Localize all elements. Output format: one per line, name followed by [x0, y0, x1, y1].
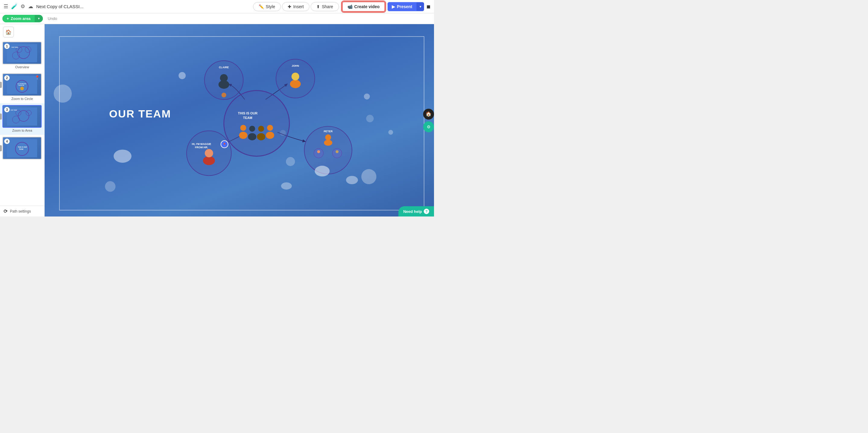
svg-point-57: [315, 166, 330, 177]
slide-label-2: Zoom to Circle: [2, 96, 42, 102]
svg-point-26: [249, 125, 255, 132]
svg-point-49: [304, 126, 352, 174]
right-settings-button[interactable]: ⚙: [423, 121, 434, 132]
document-title: Next Copy of CLASSI...: [36, 4, 84, 9]
flask-icon: 🧪: [11, 4, 18, 9]
cloud-button[interactable]: ☁: [28, 3, 33, 10]
svg-point-22: [224, 91, 289, 156]
slide-preview-2: HI, I'M MAGGIE FROM HR.: [7, 76, 37, 94]
svg-text:JOHN: JOHN: [292, 64, 299, 67]
slide-preview-1: OUR TEAM: [7, 44, 37, 62]
gear-icon: ⚙: [21, 4, 25, 9]
cloud-icon: ☁: [28, 4, 33, 9]
zoom-area-dropdown-button[interactable]: ▾: [35, 15, 43, 22]
canvas-frame: OUR TEAM: [59, 36, 424, 210]
play-icon: ▶: [392, 4, 395, 9]
svg-point-25: [248, 133, 256, 140]
home-button[interactable]: 🏠: [3, 27, 14, 37]
slide-number-2: 2: [4, 75, 10, 81]
slide-number-4: 4: [4, 139, 10, 144]
svg-point-54: [317, 150, 320, 153]
undo-button[interactable]: Undo: [45, 15, 59, 22]
zoom-area-dropdown-container: + Zoom area ▾: [2, 15, 43, 22]
path-settings-icon: ⟳: [4, 208, 7, 214]
svg-point-58: [346, 176, 358, 184]
insert-tab[interactable]: ✚ Insert: [282, 2, 309, 11]
svg-text:TEAM: TEAM: [19, 148, 23, 150]
svg-text:CLAIRE: CLAIRE: [219, 66, 229, 69]
right-side-buttons: 🏠 ⚙: [423, 109, 434, 132]
sidebar: 🏠 1 OUR TEAM Overview: [0, 24, 44, 216]
slide-thumb-2: 2 📍 HI, I'M MAGGIE FROM HR.: [2, 74, 42, 96]
drag-handle-3[interactable]: [0, 114, 2, 120]
settings-icon: ⚙: [427, 124, 431, 129]
svg-text:📍: 📍: [223, 143, 226, 146]
svg-point-29: [266, 132, 275, 139]
slide-preview-4: THIS IS OUR TEAM: [7, 139, 37, 157]
path-settings[interactable]: ⟳ Path settings: [0, 206, 44, 216]
svg-text:HI, I'M MAGGIE: HI, I'M MAGGIE: [192, 143, 211, 146]
svg-point-40: [290, 80, 301, 88]
zoom-area-button[interactable]: + Zoom area: [2, 15, 35, 22]
svg-text:PETER: PETER: [323, 130, 333, 133]
topbar-left: ☰ 🧪 ⚙ ☁ Next Copy of CLASSI...: [4, 3, 250, 10]
slide-number-1: 1: [4, 44, 10, 49]
sidebar-home: 🏠: [0, 24, 44, 40]
svg-point-52: [325, 134, 331, 140]
drag-handle-2[interactable]: [0, 82, 2, 88]
plus-icon: +: [7, 16, 9, 21]
slide-item-2[interactable]: 2 📍 HI, I'M MAGGIE FROM HR. Zoom to Circ…: [0, 71, 44, 103]
share-tab[interactable]: ⬆ Share: [311, 2, 339, 11]
flask-button[interactable]: 🧪: [11, 3, 18, 10]
svg-point-23: [239, 132, 248, 139]
settings-button[interactable]: ⚙: [21, 3, 25, 10]
our-team-label: OUR TEAM: [109, 108, 171, 120]
svg-point-27: [257, 133, 266, 140]
svg-point-28: [258, 125, 264, 132]
svg-point-41: [291, 73, 299, 81]
chevron-down-icon: ▾: [38, 17, 40, 20]
style-tab[interactable]: ✏️ Style: [253, 2, 281, 11]
slide-item-4[interactable]: 4 THIS IS OUR TEAM: [0, 135, 44, 161]
chevron-down-icon: ▾: [420, 4, 421, 9]
right-home-button[interactable]: 🏠: [423, 109, 434, 120]
home-icon: 🏠: [5, 29, 11, 35]
svg-point-60: [179, 72, 186, 79]
canvas-area: OUR TEAM: [44, 24, 434, 216]
help-icon: ?: [424, 209, 429, 214]
svg-text:FROM HR.: FROM HR.: [195, 146, 208, 149]
svg-text:OUR TEAM: OUR TEAM: [10, 109, 17, 111]
svg-text:FROM HR.: FROM HR.: [19, 85, 25, 86]
svg-point-59: [281, 182, 292, 190]
slide-label-3: Zoom to Area: [2, 128, 42, 133]
presentation-svg: OUR TEAM: [60, 37, 424, 210]
topbar-center: ✏️ Style ✚ Insert ⬆ Share: [253, 2, 339, 11]
svg-text:OUR TEAM: OUR TEAM: [11, 47, 18, 48]
style-icon: ✏️: [259, 4, 264, 9]
svg-text:THIS IS OUR: THIS IS OUR: [238, 111, 257, 115]
share-icon: ⬆: [316, 4, 320, 9]
svg-point-10: [20, 87, 24, 90]
home-icon: 🏠: [426, 111, 432, 117]
present-main-button[interactable]: ▶ Present: [388, 2, 416, 11]
svg-point-62: [389, 130, 393, 135]
topbar: ☰ 🧪 ⚙ ☁ Next Copy of CLASSI... ✏️ Style …: [0, 0, 434, 13]
svg-point-36: [220, 74, 228, 82]
camera-icon: 📹: [347, 4, 352, 9]
path-settings-label: Path settings: [10, 209, 31, 213]
slide-item-3[interactable]: 3 OUR TEAM Zoom to Area: [0, 103, 44, 135]
slide-thumb-3: 3 OUR TEAM: [2, 105, 42, 128]
topbar-right: 📹 Create video ▶ Present ▾ ◼: [342, 1, 430, 12]
pin-icon-2: 📍: [35, 75, 40, 80]
hamburger-icon: ☰: [4, 4, 8, 9]
present-button[interactable]: ▶ Present ▾: [388, 2, 424, 11]
present-dropdown-button[interactable]: ▾: [416, 2, 424, 11]
drag-handle-4[interactable]: [0, 145, 2, 151]
need-help-button[interactable]: Need help ?: [398, 206, 434, 216]
main-layout: 🏠 1 OUR TEAM Overview: [0, 24, 434, 216]
create-video-button[interactable]: 📹 Create video: [342, 1, 385, 12]
slide-item-1[interactable]: 1 OUR TEAM Overview: [0, 40, 44, 71]
hamburger-button[interactable]: ☰: [4, 3, 8, 10]
svg-point-30: [267, 125, 273, 131]
svg-point-46: [205, 149, 213, 157]
